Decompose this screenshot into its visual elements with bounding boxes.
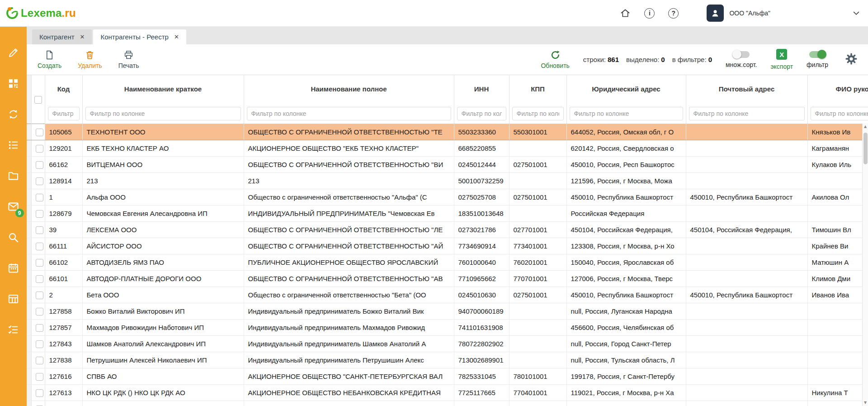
scrollbar-thumb[interactable] [863, 133, 868, 164]
row-checkbox[interactable] [36, 161, 43, 169]
sidebar-item-edit[interactable] [7, 46, 20, 59]
table-row[interactable]: 127858Божко Виталий Викторович ИПИндивид… [27, 303, 868, 320]
scroll-down-icon[interactable]: ▼ [864, 400, 867, 406]
row-checkbox[interactable] [36, 243, 43, 250]
row-checkbox[interactable] [36, 259, 43, 267]
help-button[interactable]: ? [668, 8, 679, 19]
delete-button[interactable]: Удалить [78, 50, 102, 69]
folder-icon [7, 170, 19, 182]
table-row[interactable]: 66101АВТОДОР-ПЛАТНЫЕ ДОРОГИ ООООБЩЕСТВО … [27, 271, 868, 287]
settings-button[interactable] [844, 52, 858, 67]
sidebar-item-documents[interactable] [7, 169, 20, 182]
row-checkbox[interactable] [36, 389, 43, 397]
cell-postal_address [686, 385, 807, 401]
table-row[interactable]: 1Альфа ООООбщество с ограниченной ответс… [27, 189, 868, 205]
filter-input-short-name[interactable] [85, 107, 241, 120]
column-header-inn[interactable]: ИНН [454, 75, 509, 104]
column-header-short-name[interactable]: Наименование краткое [82, 75, 244, 104]
info-button[interactable]: i [644, 8, 655, 19]
filter-input-inn[interactable] [457, 107, 506, 120]
tab-kontragenty-reestr[interactable]: Контрагенты - Реестр ✕ [93, 29, 186, 44]
filter-input-kpp[interactable] [512, 107, 564, 120]
table-row[interactable]: 128914213213500100732259121596, Россия, … [27, 173, 868, 189]
cell-full_name: ОБЩЕСТВО С ОГРАНИЧЕННОЙ ОТВЕТСТВЕННОСТЬЮ… [244, 157, 454, 173]
sidebar-item-reports[interactable] [7, 138, 20, 152]
sidebar-item-registry[interactable] [7, 292, 20, 306]
create-button[interactable]: Создать [38, 50, 61, 69]
table-row[interactable]: 105065ТЕХНОТЕНТ ООООБЩЕСТВО С ОГРАНИЧЕНН… [27, 124, 868, 140]
cell-inn: 713002689901 [454, 352, 509, 368]
refresh-button[interactable]: Обновить [541, 50, 569, 69]
vertical-scrollbar[interactable]: ▲ ▼ [862, 124, 868, 406]
cell-kpp [509, 320, 566, 336]
sidebar-item-mail[interactable]: 9 [7, 200, 20, 213]
filter-input-ceo[interactable] [811, 107, 868, 120]
filter-input-full-name[interactable] [247, 107, 451, 120]
table-row[interactable]: 2Бета ООООбщество с ограниченной ответст… [27, 287, 868, 303]
multisort-toggle[interactable]: множ.сорт. [726, 51, 757, 68]
print-button[interactable]: Печать [118, 50, 139, 69]
row-checkbox[interactable] [36, 210, 43, 218]
cell-ceo [807, 205, 868, 222]
sidebar-item-sync[interactable] [7, 107, 20, 121]
excel-icon: X [776, 49, 787, 60]
cell-inn: 741101631908 [454, 401, 509, 406]
row-checkbox[interactable] [36, 308, 43, 315]
table-row[interactable]: 127613НКО ЦК РДК () НКО ЦК РДК АОАКЦИОНЕ… [27, 385, 868, 401]
sidebar-item-search[interactable] [7, 230, 20, 244]
column-header-ceo[interactable]: ФИО руководителя [807, 75, 868, 104]
sidebar-item-tasks[interactable] [7, 323, 20, 336]
sidebar-item-calendar[interactable] [7, 261, 20, 275]
row-checkbox[interactable] [36, 145, 43, 153]
filter-input-postal-address[interactable] [689, 107, 805, 120]
table-row[interactable]: 66111АЙСИСТОР ООООБЩЕСТВО С ОГРАНИЧЕННОЙ… [27, 238, 868, 254]
row-checkbox[interactable] [36, 291, 43, 299]
column-header-full-name[interactable]: Наименование полное [244, 75, 454, 104]
logo[interactable]: Lexema.ru [5, 6, 76, 20]
table-row[interactable]: 127616СПВБ АОАКЦИОНЕРНОЕ ОБЩЕСТВО "САНКТ… [27, 368, 868, 385]
column-header-postal-address[interactable]: Почтовый адрес [686, 75, 807, 104]
row-checkbox[interactable] [36, 194, 43, 201]
cell-ceo: Акилова Ол [807, 189, 868, 205]
cell-kpp: 760201001 [509, 254, 566, 271]
tab-close-icon[interactable]: ✕ [174, 33, 179, 40]
row-checkbox-cell [31, 157, 45, 173]
scroll-up-icon[interactable]: ▲ [864, 124, 867, 130]
export-button[interactable]: X экспорт [770, 49, 793, 70]
select-all-checkbox[interactable] [34, 96, 42, 104]
table-row[interactable]: 39ЛЕКСЕМА ООООБЩЕСТВО С ОГРАНИЧЕННОЙ ОТВ… [27, 222, 868, 238]
row-checkbox[interactable] [36, 226, 43, 234]
column-header-kpp[interactable]: КПП [509, 75, 566, 104]
cell-ceo: Каграманян [807, 140, 868, 157]
cell-full_name: Индивидуальный предприниматель Махмадов … [244, 320, 454, 336]
table-row[interactable]: 127838Петрушишин Алексей Николаевич ИПИн… [27, 352, 868, 368]
chevron-down-icon[interactable] [852, 9, 861, 18]
table-row[interactable]: 66162ВИТЦЕМАН ООООБЩЕСТВО С ОГРАНИЧЕННОЙ… [27, 157, 868, 173]
tab-close-icon[interactable]: ✕ [80, 33, 85, 40]
row-checkbox[interactable] [36, 373, 43, 381]
table-row[interactable]: 129201ЕКБ ТЕХНО КЛАСТЕР АОАКЦИОНЕРНОЕ ОБ… [27, 140, 868, 157]
row-handle-header [27, 75, 31, 124]
row-checkbox[interactable] [36, 324, 43, 332]
table-row[interactable]: 127843Шамков Анатолий Александрович ИПИн… [27, 336, 868, 352]
tab-kontragent[interactable]: Контрагент ✕ [32, 29, 92, 44]
table-row[interactable]: 128679Чемовская Евгения Алесандровна ИПИ… [27, 205, 868, 222]
table-row[interactable]: 66102АВТОДИЗЕЛЬ ЯМЗ ПАОПУБЛИЧНОЕ АКЦИОНЕ… [27, 254, 868, 271]
row-checkbox[interactable] [36, 340, 43, 348]
cell-inn: 7601000640 [454, 254, 509, 271]
column-header-legal-address[interactable]: Юридический адрес [566, 75, 686, 104]
filter-toggle[interactable]: фильтр [807, 51, 828, 68]
user-menu[interactable]: ООО "Альфа" [707, 5, 770, 22]
column-header-code[interactable]: Код [45, 75, 82, 104]
row-checkbox[interactable] [36, 357, 43, 364]
home-button[interactable] [620, 8, 631, 19]
filter-input-code[interactable] [48, 107, 80, 120]
cell-legal_address: null, Россия, Тульская область, Л [566, 352, 686, 368]
sidebar-item-modules[interactable] [7, 76, 20, 90]
row-checkbox[interactable] [36, 129, 43, 136]
row-checkbox[interactable] [36, 177, 43, 185]
filter-input-legal-address[interactable] [570, 107, 683, 120]
table-row[interactable]: 127404Махмадов Ривожидин Наботович ИПИнд… [27, 401, 868, 406]
row-checkbox[interactable] [36, 275, 43, 283]
table-row[interactable]: 127857Махмадов Ривожидин Наботович ИПИнд… [27, 320, 868, 336]
